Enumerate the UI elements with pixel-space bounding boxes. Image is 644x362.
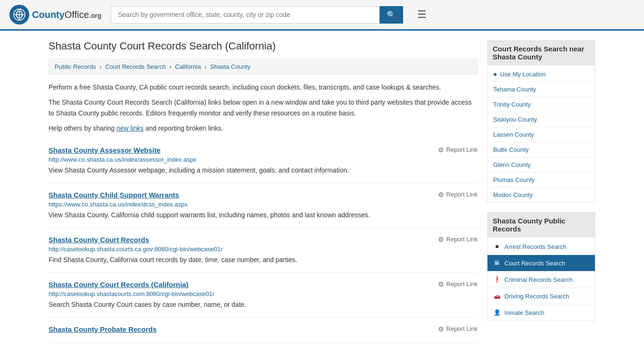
driving-records-item: 🚗 Driving Records Search — [487, 288, 595, 304]
driving-icon: 🚗 — [493, 292, 501, 300]
result-title-link[interactable]: Shasta County Court Records (California) — [49, 280, 189, 288]
arrest-records-item: ■ Arrest Records Search — [487, 239, 595, 255]
trinity-county-link[interactable]: Trinity County — [487, 97, 595, 112]
report-icon: ⚙ — [438, 146, 444, 154]
arrest-records-link[interactable]: ■ Arrest Records Search — [487, 239, 595, 255]
new-links-link[interactable]: new links — [116, 124, 144, 132]
glenn-county-link[interactable]: Glenn County — [487, 157, 595, 172]
criminal-records-item: ❗ Criminal Records Search — [487, 272, 595, 288]
description-2: The Shasta County Court Records Search (… — [49, 97, 478, 118]
court-records-link[interactable]: 🏛 Court Records Search — [487, 255, 595, 271]
inmate-icon: 👤 — [493, 309, 501, 316]
plumas-county-link[interactable]: Plumas County — [487, 173, 595, 187]
report-icon: ⚙ — [438, 191, 444, 198]
result-desc: View Shasta County Assessor webpage, inc… — [49, 165, 478, 175]
logo-icon — [9, 5, 29, 25]
breadcrumb-court-records-search[interactable]: Court Records Search — [105, 63, 166, 70]
result-title-link[interactable]: Shasta County Probate Records — [49, 325, 157, 333]
nearby-list: ● Use My Location Tehama County Trinity … — [487, 66, 595, 203]
logo-link[interactable]: CountyOffice.org — [9, 5, 101, 25]
report-link[interactable]: ⚙ Report Link — [438, 191, 478, 198]
breadcrumb: Public Records › Court Records Search › … — [49, 59, 478, 74]
report-link[interactable]: ⚙ Report Link — [438, 325, 478, 333]
result-desc: View Shasta County, California child sup… — [49, 210, 478, 220]
report-link[interactable]: ⚙ Report Link — [438, 280, 478, 288]
tehama-county-link[interactable]: Tehama County — [487, 82, 595, 97]
menu-button[interactable]: ☰ — [417, 8, 427, 21]
criminal-records-link[interactable]: ❗ Criminal Records Search — [487, 272, 595, 288]
result-item: Shasta County Probate Records ⚙ Report L… — [49, 318, 478, 343]
description-1: Perform a free Shasta County, CA public … — [49, 82, 478, 92]
search-bar: 🔍 — [111, 6, 403, 24]
report-icon: ⚙ — [438, 325, 444, 333]
search-button[interactable]: 🔍 — [380, 6, 403, 24]
result-desc: Search Shasta County Court cases by case… — [49, 300, 478, 310]
criminal-icon: ❗ — [493, 276, 501, 283]
court-icon: 🏛 — [493, 259, 501, 267]
result-url[interactable]: http://www.co.shasta.ca.us/index/assesso… — [49, 156, 478, 163]
public-records-section: Shasta County Public Records ■ Arrest Re… — [487, 212, 595, 321]
report-link[interactable]: ⚙ Report Link — [438, 236, 478, 243]
main-content: Shasta County Court Records Search (Cali… — [39, 31, 605, 353]
result-item: Shasta County Court Records ⚙ Report Lin… — [49, 228, 478, 273]
list-item: Tehama County — [487, 82, 595, 97]
use-location-link[interactable]: ● Use My Location — [487, 66, 595, 82]
result-title-link[interactable]: Shasta County Assessor Website — [49, 146, 161, 154]
list-item: Glenn County — [487, 157, 595, 173]
butte-county-link[interactable]: Butte County — [487, 142, 595, 157]
list-item: Lassen County — [487, 127, 595, 142]
result-url[interactable]: http://caselookup.shastacourts.com:8080/… — [49, 290, 478, 297]
nearby-header: Court Records Search near Shasta County — [487, 40, 595, 66]
modoc-county-link[interactable]: Modoc County — [487, 188, 595, 202]
result-title-link[interactable]: Shasta County Court Records — [49, 236, 149, 244]
driving-records-link[interactable]: 🚗 Driving Records Search — [487, 288, 595, 304]
use-location-item: ● Use My Location — [487, 66, 595, 82]
result-title-link[interactable]: Shasta County Child Support Warrants — [49, 191, 179, 199]
left-column: Shasta County Court Records Search (Cali… — [49, 40, 478, 343]
arrest-icon: ■ — [493, 243, 501, 250]
lassen-county-link[interactable]: Lassen County — [487, 127, 595, 142]
breadcrumb-california[interactable]: California — [175, 63, 201, 70]
list-item: Modoc County — [487, 188, 595, 202]
location-icon: ● — [493, 70, 497, 78]
list-item: Trinity County — [487, 97, 595, 112]
public-records-header: Shasta County Public Records — [487, 212, 595, 238]
results-list: Shasta County Assessor Website ⚙ Report … — [49, 139, 478, 343]
result-item: Shasta County Assessor Website ⚙ Report … — [49, 139, 478, 183]
court-records-item: 🏛 Court Records Search — [487, 255, 595, 272]
result-url[interactable]: https://www.co.shasta.ca.us/index/dcss_i… — [49, 201, 478, 208]
inmate-search-item: 👤 Inmate Search — [487, 304, 595, 321]
logo-text: CountyOffice.org — [32, 9, 101, 20]
result-item: Shasta County Court Records (California)… — [49, 273, 478, 318]
list-item: Siskiyou County — [487, 112, 595, 127]
report-icon: ⚙ — [438, 236, 444, 243]
nearby-section: Court Records Search near Shasta County … — [487, 40, 595, 203]
site-header: CountyOffice.org 🔍 ☰ — [0, 0, 644, 31]
siskiyou-county-link[interactable]: Siskiyou County — [487, 112, 595, 127]
search-input[interactable] — [111, 6, 380, 24]
result-desc: Find Shasta County, California court rec… — [49, 255, 478, 265]
result-item: Shasta County Child Support Warrants ⚙ R… — [49, 183, 478, 228]
breadcrumb-public-records[interactable]: Public Records — [55, 63, 96, 70]
description-3: Help others by sharing new links and rep… — [49, 123, 478, 133]
list-item: Plumas County — [487, 173, 595, 188]
page-title: Shasta County Court Records Search (Cali… — [49, 40, 478, 52]
right-sidebar: Court Records Search near Shasta County … — [487, 40, 595, 343]
list-item: Butte County — [487, 142, 595, 157]
public-records-list: ■ Arrest Records Search 🏛 Court Records … — [487, 239, 595, 321]
breadcrumb-shasta-county[interactable]: Shasta County — [210, 63, 250, 70]
inmate-search-link[interactable]: 👤 Inmate Search — [487, 304, 595, 321]
report-link[interactable]: ⚙ Report Link — [438, 146, 478, 154]
result-url[interactable]: http://caselookup.shasta.courts.ca.gov:8… — [49, 246, 478, 253]
report-icon: ⚙ — [438, 280, 444, 288]
